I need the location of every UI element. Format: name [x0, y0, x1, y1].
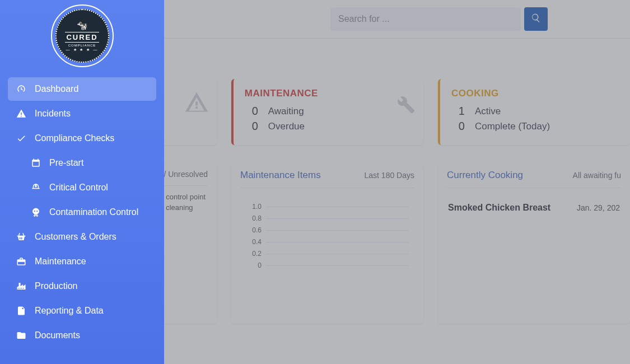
search-wrap	[330, 7, 548, 31]
maintenance-awaiting-label: Awaiting	[268, 106, 304, 117]
sidebar-nav: Dashboard Incidents Compliance Checks Pr…	[0, 74, 164, 352]
hardhat-icon	[30, 183, 41, 193]
sidebar-item-critical-control[interactable]: Critical Control	[8, 176, 156, 199]
sidebar-item-dashboard[interactable]: Dashboard	[8, 77, 156, 101]
maintenance-awaiting-count: 0	[245, 105, 258, 118]
cooking-item-row[interactable]: Smoked Chicken Breast Jan. 29, 202	[447, 195, 621, 221]
cooking-widget-title: Currently Cooking	[447, 170, 523, 181]
sidebar-item-reporting-data[interactable]: Reporting & Data	[8, 299, 156, 323]
sidebar-item-contamination-control[interactable]: Contamination Control	[8, 200, 156, 224]
basket-icon	[16, 232, 27, 242]
cooking-active-label: Active	[475, 106, 501, 117]
maintenance-overdue-count: 0	[245, 120, 258, 133]
skull-icon	[30, 207, 41, 217]
search-icon	[531, 13, 541, 25]
y-tick: 0.6	[246, 226, 262, 234]
cooking-item-name: Smoked Chicken Breast	[448, 203, 550, 213]
sidebar-item-production[interactable]: Production	[8, 274, 156, 298]
gauge-icon	[16, 84, 27, 94]
cooking-complete-label: Complete (Today)	[475, 121, 550, 132]
search-input[interactable]	[330, 7, 521, 31]
brand-logo[interactable]: 🐄 CURED COMPLIANCE — ★ ★ ★ —	[0, 0, 164, 74]
maintenance-items-title: Maintenance Items	[240, 170, 321, 181]
sidebar-item-label: Pre-start	[49, 158, 83, 168]
y-tick: 0.4	[246, 238, 262, 246]
maintenance-items-widget[interactable]: Maintenance Items Last 180 Days 1.0 0.8 …	[231, 162, 423, 324]
sidebar-item-label: Dashboard	[35, 84, 78, 94]
currently-cooking-widget[interactable]: Currently Cooking All awaiting fu Smoked…	[438, 162, 630, 324]
calendar-icon	[30, 158, 41, 168]
y-tick: 1.0	[246, 203, 262, 211]
sidebar-item-label: Contamination Control	[49, 207, 138, 217]
sidebar-item-incidents[interactable]: Incidents	[8, 102, 156, 125]
check-icon	[16, 133, 27, 143]
cooking-card-title: COOKING	[451, 88, 619, 99]
sidebar-item-label: Critical Control	[49, 183, 108, 193]
y-tick: 0.8	[246, 214, 262, 222]
sidebar-item-customers-orders[interactable]: Customers & Orders	[8, 225, 156, 249]
maintenance-chart: 1.0 0.8 0.6 0.4 0.2 0	[240, 195, 414, 277]
search-button[interactable]	[524, 7, 548, 31]
sidebar-item-label: Customers & Orders	[35, 232, 116, 242]
maintenance-items-sub: Last 180 Days	[365, 171, 415, 180]
sidebar-item-prestart[interactable]: Pre-start	[8, 151, 156, 175]
folder-icon	[16, 330, 27, 340]
cooking-widget-sub: All awaiting fu	[573, 171, 621, 180]
sidebar-item-label: Documents	[35, 330, 80, 340]
warning-icon	[184, 90, 209, 120]
document-icon	[16, 306, 27, 316]
toolbox-icon	[16, 256, 27, 267]
sidebar-item-label: Reporting & Data	[35, 306, 104, 316]
maintenance-overdue-label: Overdue	[268, 121, 305, 132]
sidebar-item-compliance-checks[interactable]: Compliance Checks	[8, 127, 156, 150]
sidebar-item-label: Production	[35, 281, 78, 291]
sidebar-item-label: Incidents	[35, 109, 71, 119]
cooking-complete-count: 0	[451, 120, 465, 133]
sidebar-item-documents[interactable]: Documents	[8, 324, 156, 347]
factory-icon	[16, 281, 27, 291]
sidebar-item-label: Compliance Checks	[35, 133, 114, 143]
cooking-status-card[interactable]: COOKING 1 Active 0 Complete (Today)	[438, 79, 630, 145]
y-tick: 0	[246, 262, 262, 269]
cooking-item-date: Jan. 29, 202	[577, 203, 620, 212]
cooking-active-count: 1	[451, 105, 465, 118]
y-tick: 0.2	[246, 250, 262, 258]
maintenance-status-card[interactable]: MAINTENANCE 0 Awaiting 0 Overdue	[231, 79, 423, 145]
sidebar-item-maintenance[interactable]: Maintenance	[8, 250, 156, 273]
wrench-icon	[391, 90, 416, 120]
maintenance-card-title: MAINTENANCE	[245, 88, 412, 99]
warning-triangle-icon	[16, 109, 27, 119]
sidebar-item-label: Maintenance	[35, 256, 86, 267]
sidebar: 🐄 CURED COMPLIANCE — ★ ★ ★ — Dashboard I…	[0, 0, 164, 364]
